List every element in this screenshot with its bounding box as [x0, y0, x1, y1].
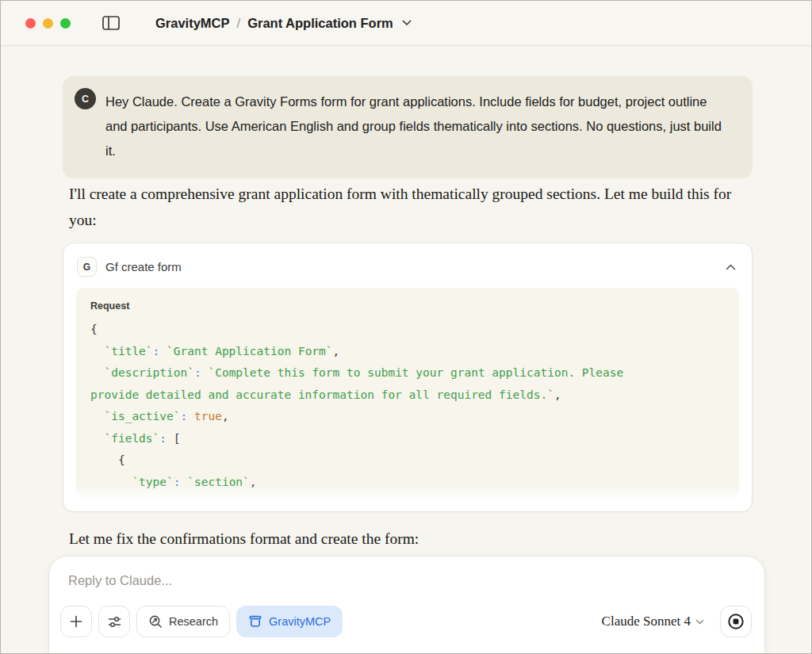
chevron-down-icon [695, 619, 704, 625]
tools-button[interactable] [98, 606, 130, 637]
composer: Research GravityMCP Claude Sonnet 4 [48, 556, 765, 654]
tool-call-title: Gf create form [105, 260, 717, 273]
titlebar: GravityMCP / Grant Application Form [1, 1, 811, 46]
chevron-up-icon[interactable] [726, 264, 736, 270]
tool-call-card: G Gf create form Request { `title`: `Gra… [63, 243, 753, 512]
conversation-name: Grant Application Form [247, 16, 393, 31]
plus-icon [69, 614, 83, 629]
request-label: Request [90, 300, 725, 312]
archive-box-icon [248, 614, 262, 629]
composer-toolbar: Research GravityMCP Claude Sonnet 4 [60, 606, 752, 637]
sidebar-toggle-button[interactable] [102, 16, 120, 30]
research-label: Research [169, 615, 218, 628]
research-icon [148, 614, 163, 629]
project-name: GravityMCP [155, 16, 230, 31]
user-message-text: Hey Claude. Create a Gravity Forms form … [105, 90, 722, 163]
title-separator: / [236, 16, 243, 31]
tool-call-header[interactable]: G Gf create form [63, 243, 752, 288]
traffic-lights [25, 18, 71, 29]
stop-icon [727, 613, 745, 630]
conversation-title-dropdown[interactable]: GravityMCP / Grant Application Form [155, 16, 412, 31]
minimize-window-button[interactable] [43, 18, 53, 29]
zoom-window-button[interactable] [60, 18, 71, 29]
model-selector[interactable]: Claude Sonnet 4 [602, 614, 704, 629]
attach-button[interactable] [60, 606, 92, 637]
research-button[interactable]: Research [136, 606, 230, 637]
tool-request-panel: Request { `title`: `Grant Application Fo… [76, 288, 739, 499]
sidebar-icon [102, 16, 120, 30]
sliders-icon [107, 614, 122, 629]
model-name: Claude Sonnet 4 [602, 614, 691, 629]
user-message: C Hey Claude. Create a Gravity Forms for… [63, 76, 753, 178]
close-window-button[interactable] [25, 18, 36, 29]
code-fade-overlay [76, 484, 739, 499]
assistant-followup-text: Let me fix the confirmations format and … [69, 526, 741, 552]
gravitymcp-button[interactable]: GravityMCP [236, 606, 343, 637]
user-avatar: C [75, 88, 96, 109]
tool-badge: G [77, 257, 97, 277]
chevron-down-icon [402, 20, 412, 26]
assistant-intro-text: I'll create a comprehensive grant applic… [69, 181, 741, 233]
code-content: { `title`: `Grant Application Form`, `de… [90, 319, 725, 499]
app-window: GravityMCP / Grant Application Form C He… [0, 0, 812, 654]
stop-button[interactable] [720, 606, 752, 637]
reply-input[interactable] [62, 573, 752, 588]
gravitymcp-label: GravityMCP [269, 615, 331, 628]
